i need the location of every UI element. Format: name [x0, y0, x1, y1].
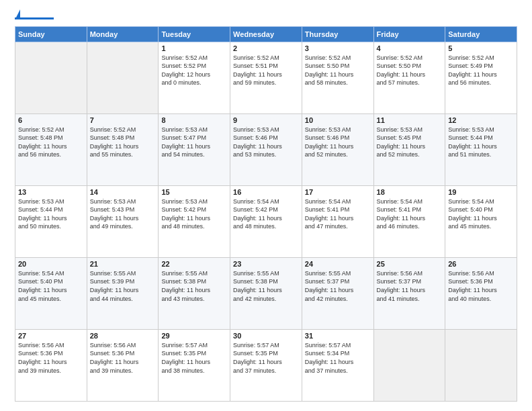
calendar-cell: 19Sunrise: 5:54 AMSunset: 5:40 PMDayligh… [445, 185, 517, 257]
day-info: Sunrise: 5:54 AMSunset: 5:41 PMDaylight:… [305, 197, 371, 231]
calendar-cell: 14Sunrise: 5:53 AMSunset: 5:43 PMDayligh… [87, 185, 159, 257]
day-number: 23 [233, 260, 299, 268]
day-info: Sunrise: 5:56 AMSunset: 5:36 PMDaylight:… [448, 269, 514, 303]
day-number: 24 [305, 260, 371, 268]
day-number: 11 [377, 116, 443, 124]
day-number: 25 [377, 260, 443, 268]
day-number: 16 [233, 188, 299, 196]
day-number: 14 [90, 188, 156, 196]
day-info: Sunrise: 5:53 AMSunset: 5:44 PMDaylight:… [448, 126, 514, 159]
day-info: Sunrise: 5:56 AMSunset: 5:37 PMDaylight:… [377, 269, 443, 303]
day-info: Sunrise: 5:57 AMSunset: 5:35 PMDaylight:… [161, 341, 227, 375]
day-number: 19 [448, 188, 514, 196]
day-number: 18 [377, 188, 443, 196]
day-number: 21 [90, 260, 156, 268]
week-row-3: 13Sunrise: 5:53 AMSunset: 5:44 PMDayligh… [15, 185, 517, 257]
day-info: Sunrise: 5:54 AMSunset: 5:40 PMDaylight:… [18, 269, 84, 303]
day-info: Sunrise: 5:53 AMSunset: 5:47 PMDaylight:… [161, 126, 227, 159]
day-number: 29 [161, 332, 227, 340]
day-info: Sunrise: 5:55 AMSunset: 5:38 PMDaylight:… [161, 269, 227, 303]
calendar-cell: 24Sunrise: 5:55 AMSunset: 5:37 PMDayligh… [302, 257, 373, 329]
day-info: Sunrise: 5:56 AMSunset: 5:36 PMDaylight:… [18, 341, 84, 375]
calendar-cell [373, 329, 445, 401]
calendar-table: SundayMondayTuesdayWednesdayThursdayFrid… [15, 26, 517, 402]
calendar-cell: 4Sunrise: 5:52 AMSunset: 5:50 PMDaylight… [373, 42, 445, 113]
day-info: Sunrise: 5:55 AMSunset: 5:37 PMDaylight:… [305, 269, 371, 303]
calendar-cell: 29Sunrise: 5:57 AMSunset: 5:35 PMDayligh… [159, 329, 230, 401]
day-number: 4 [377, 44, 443, 52]
calendar-cell: 30Sunrise: 5:57 AMSunset: 5:35 PMDayligh… [230, 329, 302, 401]
day-number: 8 [161, 116, 227, 124]
weekday-header-friday: Friday [373, 26, 445, 42]
calendar-cell: 1Sunrise: 5:52 AMSunset: 5:52 PMDaylight… [159, 42, 230, 113]
day-number: 3 [305, 44, 371, 52]
calendar-cell: 27Sunrise: 5:56 AMSunset: 5:36 PMDayligh… [15, 329, 87, 401]
day-number: 1 [161, 44, 227, 52]
day-info: Sunrise: 5:55 AMSunset: 5:39 PMDaylight:… [90, 269, 156, 303]
day-info: Sunrise: 5:52 AMSunset: 5:52 PMDaylight:… [161, 54, 227, 87]
calendar-cell: 22Sunrise: 5:55 AMSunset: 5:38 PMDayligh… [159, 257, 230, 329]
day-number: 6 [18, 116, 84, 124]
day-number: 27 [18, 332, 84, 340]
calendar-cell: 3Sunrise: 5:52 AMSunset: 5:50 PMDaylight… [302, 42, 373, 113]
day-number: 17 [305, 188, 371, 196]
day-number: 31 [305, 332, 371, 340]
day-info: Sunrise: 5:57 AMSunset: 5:35 PMDaylight:… [233, 341, 299, 375]
weekday-header-wednesday: Wednesday [230, 26, 302, 42]
calendar-cell [15, 42, 87, 113]
day-info: Sunrise: 5:52 AMSunset: 5:48 PMDaylight:… [18, 126, 84, 159]
calendar-page: SundayMondayTuesdayWednesdayThursdayFrid… [0, 0, 532, 411]
logo [15, 12, 55, 19]
day-number: 28 [90, 332, 156, 340]
day-info: Sunrise: 5:52 AMSunset: 5:51 PMDaylight:… [233, 54, 299, 87]
day-number: 10 [305, 116, 371, 124]
day-number: 30 [233, 332, 299, 340]
calendar-cell: 15Sunrise: 5:53 AMSunset: 5:42 PMDayligh… [159, 185, 230, 257]
day-info: Sunrise: 5:54 AMSunset: 5:42 PMDaylight:… [233, 197, 299, 231]
day-info: Sunrise: 5:52 AMSunset: 5:50 PMDaylight:… [305, 54, 371, 87]
week-row-4: 20Sunrise: 5:54 AMSunset: 5:40 PMDayligh… [15, 257, 517, 329]
calendar-cell: 11Sunrise: 5:53 AMSunset: 5:45 PMDayligh… [373, 113, 445, 185]
week-row-2: 6Sunrise: 5:52 AMSunset: 5:48 PMDaylight… [15, 113, 517, 185]
calendar-cell: 16Sunrise: 5:54 AMSunset: 5:42 PMDayligh… [230, 185, 302, 257]
day-info: Sunrise: 5:52 AMSunset: 5:50 PMDaylight:… [377, 54, 443, 87]
weekday-header-sunday: Sunday [15, 26, 87, 42]
day-number: 26 [448, 260, 514, 268]
day-number: 13 [18, 188, 84, 196]
day-info: Sunrise: 5:52 AMSunset: 5:49 PMDaylight:… [448, 54, 514, 87]
calendar-cell: 8Sunrise: 5:53 AMSunset: 5:47 PMDaylight… [159, 113, 230, 185]
day-info: Sunrise: 5:55 AMSunset: 5:38 PMDaylight:… [233, 269, 299, 303]
calendar-cell: 26Sunrise: 5:56 AMSunset: 5:36 PMDayligh… [445, 257, 517, 329]
day-info: Sunrise: 5:53 AMSunset: 5:42 PMDaylight:… [161, 197, 227, 231]
header [15, 12, 517, 19]
calendar-cell: 10Sunrise: 5:53 AMSunset: 5:46 PMDayligh… [302, 113, 373, 185]
day-number: 5 [448, 44, 514, 52]
calendar-cell: 23Sunrise: 5:55 AMSunset: 5:38 PMDayligh… [230, 257, 302, 329]
weekday-header-saturday: Saturday [445, 26, 517, 42]
calendar-cell [87, 42, 159, 113]
weekday-header-monday: Monday [87, 26, 159, 42]
day-number: 15 [161, 188, 227, 196]
calendar-cell: 13Sunrise: 5:53 AMSunset: 5:44 PMDayligh… [15, 185, 87, 257]
weekday-header-thursday: Thursday [302, 26, 373, 42]
weekday-header-row: SundayMondayTuesdayWednesdayThursdayFrid… [15, 26, 517, 42]
calendar-cell: 17Sunrise: 5:54 AMSunset: 5:41 PMDayligh… [302, 185, 373, 257]
day-info: Sunrise: 5:54 AMSunset: 5:41 PMDaylight:… [377, 197, 443, 231]
day-number: 7 [90, 116, 156, 124]
day-info: Sunrise: 5:53 AMSunset: 5:45 PMDaylight:… [377, 126, 443, 159]
calendar-cell [445, 329, 517, 401]
calendar-cell: 21Sunrise: 5:55 AMSunset: 5:39 PMDayligh… [87, 257, 159, 329]
week-row-5: 27Sunrise: 5:56 AMSunset: 5:36 PMDayligh… [15, 329, 517, 401]
calendar-cell: 25Sunrise: 5:56 AMSunset: 5:37 PMDayligh… [373, 257, 445, 329]
day-number: 22 [161, 260, 227, 268]
day-info: Sunrise: 5:57 AMSunset: 5:34 PMDaylight:… [305, 341, 371, 375]
day-number: 9 [233, 116, 299, 124]
calendar-cell: 20Sunrise: 5:54 AMSunset: 5:40 PMDayligh… [15, 257, 87, 329]
calendar-cell: 2Sunrise: 5:52 AMSunset: 5:51 PMDaylight… [230, 42, 302, 113]
day-info: Sunrise: 5:53 AMSunset: 5:46 PMDaylight:… [233, 126, 299, 159]
calendar-cell: 12Sunrise: 5:53 AMSunset: 5:44 PMDayligh… [445, 113, 517, 185]
day-info: Sunrise: 5:52 AMSunset: 5:48 PMDaylight:… [90, 126, 156, 159]
calendar-cell: 5Sunrise: 5:52 AMSunset: 5:49 PMDaylight… [445, 42, 517, 113]
day-info: Sunrise: 5:54 AMSunset: 5:40 PMDaylight:… [448, 197, 514, 231]
day-info: Sunrise: 5:53 AMSunset: 5:44 PMDaylight:… [18, 197, 84, 231]
